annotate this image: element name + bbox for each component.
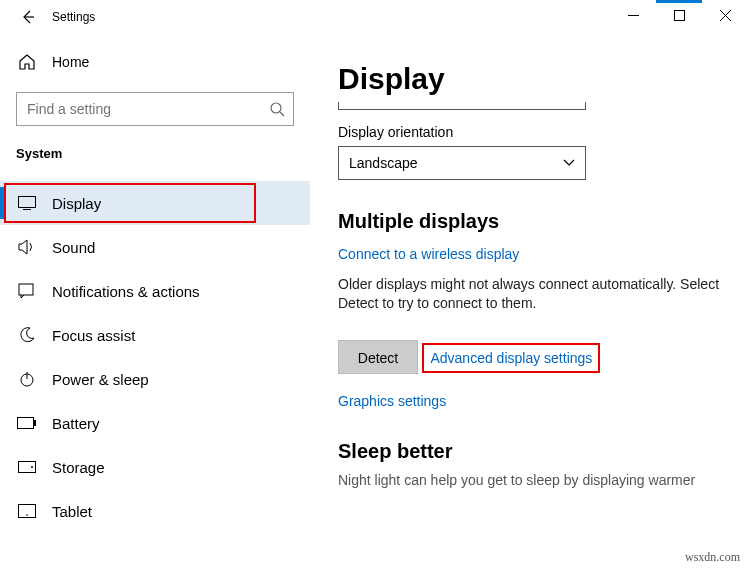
sidebar-section-label: System [16,146,294,161]
minimize-icon [628,10,639,21]
svg-point-10 [26,514,28,516]
chevron-down-icon [563,159,575,167]
orientation-dropdown[interactable]: Landscape [338,146,586,180]
sidebar-item-label: Notifications & actions [52,283,200,300]
svg-rect-6 [34,420,36,426]
minimize-button[interactable] [610,0,656,30]
tablet-icon [16,504,38,518]
moon-icon [16,327,38,343]
advanced-display-settings-link[interactable]: Advanced display settings [430,350,592,366]
window-title: Settings [52,10,95,24]
storage-icon [16,461,38,473]
sleep-better-body: Night light can help you get to sleep by… [338,471,728,490]
monitor-icon [16,196,38,210]
arrow-left-icon [20,9,36,25]
svg-rect-5 [18,418,34,429]
maximize-button[interactable] [656,0,702,30]
sidebar-item-label: Storage [52,459,105,476]
sidebar-item-label: Tablet [52,503,92,520]
search-icon [269,101,285,117]
sidebar-item-tablet[interactable]: Tablet [0,489,310,533]
nav-list: Display Sound Notifications & actions [0,181,310,533]
sound-icon [16,239,38,255]
sidebar-item-focus-assist[interactable]: Focus assist [0,313,310,357]
search-field[interactable] [25,100,269,118]
watermark: wsxdn.com [685,550,740,565]
sidebar-item-power-sleep[interactable]: Power & sleep [0,357,310,401]
sidebar-item-battery[interactable]: Battery [0,401,310,445]
highlight-annotation [4,183,256,223]
close-icon [720,10,731,21]
sidebar-item-label: Focus assist [52,327,135,344]
sidebar-item-storage[interactable]: Storage [0,445,310,489]
sidebar-item-label: Display [52,195,101,212]
detect-button[interactable]: Detect [338,340,418,374]
sidebar-item-label: Power & sleep [52,371,149,388]
sidebar-item-display[interactable]: Display [0,181,310,225]
main-content: Display Display orientation Landscape Mu… [310,34,748,571]
sidebar-item-sound[interactable]: Sound [0,225,310,269]
orientation-value: Landscape [349,155,418,171]
notifications-icon [16,283,38,299]
graphics-settings-link[interactable]: Graphics settings [338,393,446,409]
orientation-label: Display orientation [338,124,728,140]
svg-rect-2 [19,197,36,208]
svg-rect-0 [674,10,684,20]
sidebar-item-notifications[interactable]: Notifications & actions [0,269,310,313]
sidebar-item-label: Battery [52,415,100,432]
sleep-better-heading: Sleep better [338,440,728,463]
power-icon [16,371,38,387]
back-button[interactable] [14,3,42,31]
home-icon [16,53,38,71]
maximize-icon [674,10,685,21]
battery-icon [16,417,38,429]
detect-hint-text: Older displays might not always connect … [338,275,728,313]
svg-rect-3 [19,284,33,295]
close-button[interactable] [702,0,748,30]
home-nav[interactable]: Home [16,40,294,84]
sidebar-item-label: Sound [52,239,95,256]
page-title: Display [338,62,728,96]
search-input[interactable] [16,92,294,126]
wireless-display-link[interactable]: Connect to a wireless display [338,246,519,262]
svg-point-8 [31,466,33,468]
home-label: Home [52,54,89,70]
multiple-displays-heading: Multiple displays [338,210,728,233]
resolution-preview-bracket [338,102,586,110]
highlight-annotation: Advanced display settings [422,343,600,373]
sidebar: Home System Display Sound [0,34,310,571]
svg-point-1 [271,103,281,113]
